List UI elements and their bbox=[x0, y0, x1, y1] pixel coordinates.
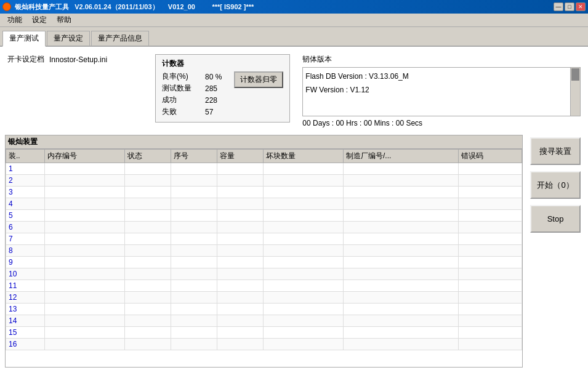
table-cell bbox=[217, 292, 264, 304]
table-cell bbox=[343, 163, 459, 175]
table-cell: 3 bbox=[6, 187, 45, 198]
counter-row-rate: 良率(%) 80 % bbox=[162, 71, 222, 82]
table-cell bbox=[459, 315, 522, 327]
table-cell bbox=[264, 292, 344, 304]
table-cell bbox=[343, 327, 459, 339]
table-header-row: 装.. 内存编号 状态 序号 容量 坏块数量 制造厂编号/... 错误码 bbox=[6, 150, 522, 163]
start-button[interactable]: 开始（0） bbox=[530, 171, 581, 199]
table-cell bbox=[343, 198, 459, 210]
table-cell bbox=[171, 292, 217, 304]
main-content: 开卡设定档 Innostor-Setup.ini 计数器 良率(%) 80 % … bbox=[0, 47, 588, 370]
menu-item-function[interactable]: 功能 bbox=[2, 14, 27, 26]
counter-value-success: 228 bbox=[205, 96, 217, 105]
table-cell bbox=[343, 280, 459, 292]
table-row: 14 bbox=[6, 315, 522, 327]
firmware-title: 韧体版本 bbox=[302, 54, 581, 65]
table-cell bbox=[45, 233, 125, 245]
table-cell bbox=[45, 292, 125, 304]
table-cell bbox=[171, 210, 217, 222]
table-cell bbox=[343, 187, 459, 198]
table-cell bbox=[124, 304, 171, 315]
device-section: 银灿装置 装.. 内存编号 状态 序号 容量 坏块数量 制造厂编号/... 错误… bbox=[5, 135, 583, 368]
close-button[interactable]: ✕ bbox=[576, 2, 586, 11]
tab-bar: 量产测试 量产设定 量产产品信息 bbox=[0, 27, 588, 47]
counter-row-success: 成功 228 bbox=[162, 95, 222, 105]
table-cell bbox=[264, 210, 344, 222]
table-cell bbox=[124, 327, 171, 339]
table-cell bbox=[264, 163, 344, 175]
table-cell bbox=[343, 268, 459, 280]
table-cell bbox=[264, 222, 344, 233]
table-cell bbox=[124, 292, 171, 304]
table-row: 7 bbox=[6, 233, 522, 245]
table-cell bbox=[124, 198, 171, 210]
table-cell bbox=[264, 339, 344, 350]
table-cell bbox=[45, 257, 125, 268]
menu-item-settings[interactable]: 设定 bbox=[27, 14, 52, 26]
table-cell bbox=[217, 315, 264, 327]
table-cell bbox=[459, 292, 522, 304]
table-cell bbox=[45, 175, 125, 187]
card-setup-area: 开卡设定档 Innostor-Setup.ini bbox=[7, 54, 143, 65]
table-cell bbox=[459, 198, 522, 210]
maximize-button[interactable]: □ bbox=[565, 2, 574, 11]
table-cell bbox=[264, 233, 344, 245]
device-table: 装.. 内存编号 状态 序号 容量 坏块数量 制造厂编号/... 错误码 123… bbox=[6, 149, 522, 350]
table-row: 16 bbox=[6, 339, 522, 350]
table-cell bbox=[171, 187, 217, 198]
table-cell bbox=[124, 163, 171, 175]
table-cell bbox=[124, 339, 171, 350]
card-setup-value: Innostor-Setup.ini bbox=[49, 55, 107, 64]
stop-button[interactable]: Stop bbox=[530, 205, 581, 233]
table-row: 1 bbox=[6, 163, 522, 175]
table-cell bbox=[217, 175, 264, 187]
table-cell bbox=[459, 245, 522, 257]
table-cell: 8 bbox=[6, 245, 45, 257]
table-cell bbox=[459, 163, 522, 175]
counter-reset-button[interactable]: 计数器归零 bbox=[234, 71, 283, 88]
table-cell bbox=[45, 187, 125, 198]
table-cell bbox=[264, 175, 344, 187]
counter-label-fail: 失败 bbox=[162, 107, 199, 117]
minimize-button[interactable]: — bbox=[554, 2, 563, 11]
counter-value-rate: 80 % bbox=[205, 73, 222, 81]
col-device: 装.. bbox=[6, 150, 45, 163]
device-section-label: 银灿装置 bbox=[6, 135, 522, 149]
tab-mass-test[interactable]: 量产测试 bbox=[2, 31, 46, 47]
table-row: 9 bbox=[6, 257, 522, 268]
table-cell bbox=[124, 315, 171, 327]
col-status: 状态 bbox=[124, 150, 171, 163]
tab-mass-product-info[interactable]: 量产产品信息 bbox=[91, 31, 149, 46]
table-cell bbox=[217, 327, 264, 339]
table-cell bbox=[264, 257, 344, 268]
table-cell bbox=[45, 327, 125, 339]
firmware-line1: Flash DB Version : V3.13.06_M bbox=[305, 70, 578, 84]
table-cell bbox=[171, 175, 217, 187]
search-button[interactable]: 搜寻装置 bbox=[530, 137, 581, 165]
table-cell bbox=[343, 233, 459, 245]
counter-label-total: 测试数量 bbox=[162, 83, 199, 94]
table-cell bbox=[264, 187, 344, 198]
menu-item-help[interactable]: 帮助 bbox=[52, 14, 76, 26]
table-cell bbox=[45, 245, 125, 257]
table-cell bbox=[124, 210, 171, 222]
table-row: 4 bbox=[6, 198, 522, 210]
table-cell bbox=[343, 304, 459, 315]
table-cell bbox=[171, 304, 217, 315]
tab-mass-settings[interactable]: 量产设定 bbox=[47, 31, 90, 46]
table-cell bbox=[343, 210, 459, 222]
table-cell bbox=[459, 339, 522, 350]
table-cell: 10 bbox=[6, 268, 45, 280]
table-cell bbox=[171, 280, 217, 292]
table-wrapper[interactable]: 装.. 内存编号 状态 序号 容量 坏块数量 制造厂编号/... 错误码 123… bbox=[6, 149, 522, 367]
counter-value-fail: 57 bbox=[205, 108, 213, 116]
table-cell bbox=[459, 257, 522, 268]
table-cell bbox=[459, 222, 522, 233]
firmware-scrollbar[interactable] bbox=[570, 68, 580, 116]
table-cell bbox=[459, 233, 522, 245]
table-cell bbox=[459, 268, 522, 280]
app-title: 银灿科技量产工具 V2.06.01.24（2011/11/03） V012_00… bbox=[15, 2, 254, 12]
table-cell: 9 bbox=[6, 257, 45, 268]
counter-value-total: 285 bbox=[205, 84, 217, 93]
table-cell bbox=[459, 327, 522, 339]
